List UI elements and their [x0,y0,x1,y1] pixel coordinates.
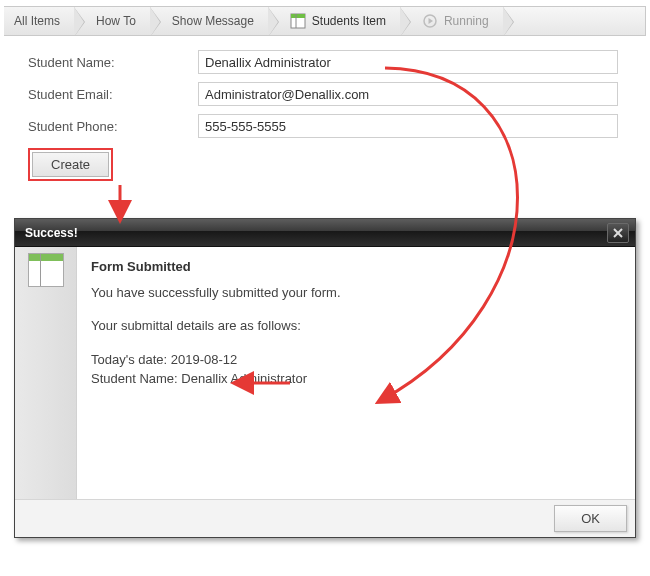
dialog-body: Form Submitted You have successfully sub… [15,247,635,499]
create-button-highlight: Create [28,148,113,181]
dialog-sidebar [15,247,77,499]
crumb-all-items[interactable]: All Items [4,7,74,35]
crumb-running: Running [400,7,503,35]
dialog-name-line: Student Name: Denallix Administrator [91,369,621,389]
row-student-name: Student Name: [28,50,640,74]
crumb-label: All Items [14,14,60,28]
close-icon [612,227,624,239]
dialog-date-value: 2019-08-12 [171,352,238,367]
label-student-phone: Student Phone: [28,119,198,134]
create-button[interactable]: Create [32,152,109,177]
svg-marker-4 [428,18,433,24]
input-student-name[interactable] [198,50,618,74]
dialog-title-text: Success! [25,226,78,240]
crumb-label: Show Message [172,14,254,28]
row-student-email: Student Email: [28,82,640,106]
dialog-titlebar[interactable]: Success! [15,219,635,247]
dialog-close-button[interactable] [607,223,629,243]
label-student-name: Student Name: [28,55,198,70]
input-student-phone[interactable] [198,114,618,138]
dialog-date-line: Today's date: 2019-08-12 [91,350,621,370]
crumb-students-item[interactable]: Students Item [268,7,400,35]
dialog-footer: OK [15,499,635,537]
crumb-show-message[interactable]: Show Message [150,7,268,35]
dialog-para1: You have successfully submitted your for… [91,283,621,303]
dialog-para2: Your submittal details are as follows: [91,316,621,336]
dialog-name-value: Denallix Administrator [181,371,307,386]
breadcrumb: All Items How To Show Message Students I… [4,6,646,36]
dialog-heading: Form Submitted [91,257,621,277]
dialog-date-label: Today's date: [91,352,171,367]
input-student-email[interactable] [198,82,618,106]
dialog-name-label: Student Name: [91,371,181,386]
crumb-label: How To [96,14,136,28]
label-student-email: Student Email: [28,87,198,102]
success-dialog: Success! Form Submitted You have success… [14,218,636,538]
ok-button[interactable]: OK [554,505,627,532]
svg-rect-1 [291,14,305,18]
crumb-label: Students Item [312,14,386,28]
play-icon [422,13,438,29]
form-icon [290,13,306,29]
crumb-how-to[interactable]: How To [74,7,150,35]
dialog-content: Form Submitted You have successfully sub… [77,247,635,499]
student-form: Student Name: Student Email: Student Pho… [28,50,640,181]
crumb-label: Running [444,14,489,28]
row-student-phone: Student Phone: [28,114,640,138]
form-icon [28,253,64,287]
